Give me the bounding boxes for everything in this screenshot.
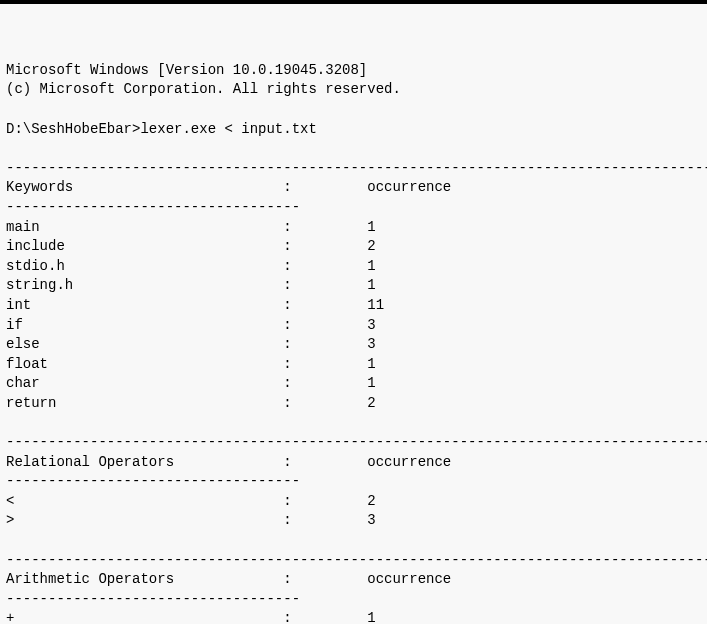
window-top-bar <box>0 0 707 4</box>
terminal-output: Microsoft Windows [Version 10.0.19045.32… <box>6 61 701 624</box>
